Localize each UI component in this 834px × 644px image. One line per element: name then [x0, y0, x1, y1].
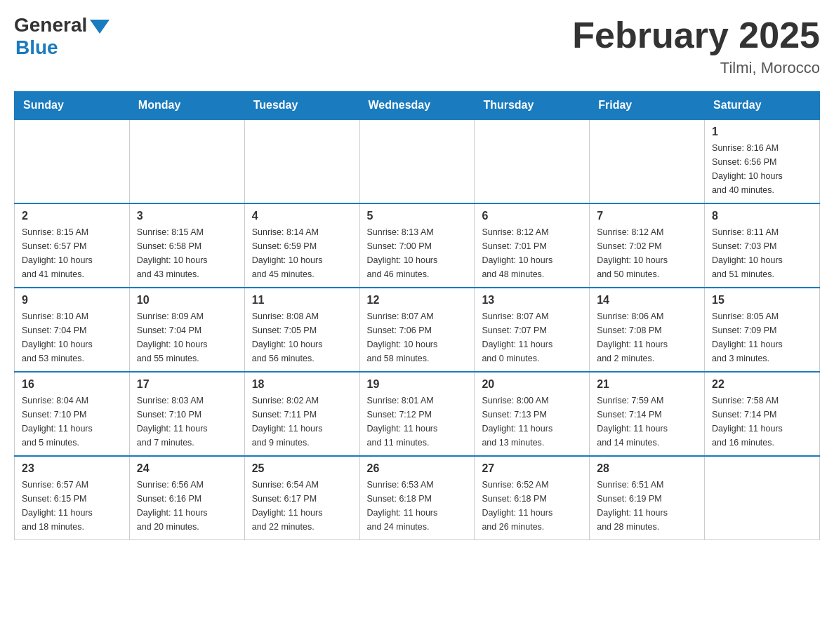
day-number: 8: [712, 210, 812, 222]
day-number: 20: [482, 378, 582, 391]
day-number: 22: [712, 378, 812, 391]
day-number: 23: [22, 462, 122, 475]
header-thursday: Thursday: [475, 92, 590, 120]
day-info: Sunrise: 8:08 AMSunset: 7:05 PMDaylight:…: [252, 309, 352, 365]
day-info: Sunrise: 6:51 AMSunset: 6:19 PMDaylight:…: [597, 478, 697, 534]
day-cell-w4-d6: 21Sunrise: 7:59 AMSunset: 7:14 PMDayligh…: [590, 372, 705, 456]
day-number: 26: [367, 462, 468, 475]
day-info: Sunrise: 8:03 AMSunset: 7:10 PMDaylight:…: [137, 394, 237, 450]
day-cell-w1-d2: [129, 119, 244, 203]
day-number: 19: [367, 378, 468, 391]
day-info: Sunrise: 6:56 AMSunset: 6:16 PMDaylight:…: [137, 478, 237, 534]
day-cell-w4-d2: 17Sunrise: 8:03 AMSunset: 7:10 PMDayligh…: [129, 372, 244, 456]
day-number: 2: [22, 210, 122, 222]
day-info: Sunrise: 6:54 AMSunset: 6:17 PMDaylight:…: [252, 478, 352, 534]
day-cell-w1-d6: [590, 119, 705, 203]
day-cell-w3-d4: 12Sunrise: 8:07 AMSunset: 7:06 PMDayligh…: [359, 288, 475, 372]
day-cell-w2-d7: 8Sunrise: 8:11 AMSunset: 7:03 PMDaylight…: [705, 203, 820, 288]
day-number: 17: [137, 378, 237, 391]
day-cell-w2-d1: 2Sunrise: 8:15 AMSunset: 6:57 PMDaylight…: [15, 203, 130, 288]
day-cell-w5-d3: 25Sunrise: 6:54 AMSunset: 6:17 PMDayligh…: [244, 456, 359, 540]
day-info: Sunrise: 8:04 AMSunset: 7:10 PMDaylight:…: [22, 394, 122, 450]
day-cell-w4-d5: 20Sunrise: 8:00 AMSunset: 7:13 PMDayligh…: [475, 372, 590, 456]
day-number: 27: [482, 462, 582, 475]
day-number: 14: [597, 294, 697, 307]
day-info: Sunrise: 8:09 AMSunset: 7:04 PMDaylight:…: [137, 309, 237, 365]
day-info: Sunrise: 8:13 AMSunset: 7:00 PMDaylight:…: [367, 225, 468, 281]
day-cell-w2-d3: 4Sunrise: 8:14 AMSunset: 6:59 PMDaylight…: [244, 203, 359, 288]
header-tuesday: Tuesday: [244, 92, 359, 120]
day-number: 11: [252, 294, 352, 307]
day-info: Sunrise: 8:16 AMSunset: 6:56 PMDaylight:…: [712, 141, 812, 197]
day-cell-w2-d4: 5Sunrise: 8:13 AMSunset: 7:00 PMDaylight…: [359, 203, 475, 288]
day-number: 13: [482, 294, 582, 307]
day-info: Sunrise: 6:52 AMSunset: 6:18 PMDaylight:…: [482, 478, 582, 534]
day-cell-w3-d1: 9Sunrise: 8:10 AMSunset: 7:04 PMDaylight…: [15, 288, 130, 372]
week-row-1: 1Sunrise: 8:16 AMSunset: 6:56 PMDaylight…: [15, 119, 820, 203]
calendar-title: February 2025: [572, 14, 820, 56]
day-info: Sunrise: 8:12 AMSunset: 7:01 PMDaylight:…: [482, 225, 582, 281]
day-info: Sunrise: 8:07 AMSunset: 7:06 PMDaylight:…: [367, 309, 468, 365]
header-friday: Friday: [590, 92, 705, 120]
day-number: 16: [22, 378, 122, 391]
day-cell-w4-d7: 22Sunrise: 7:58 AMSunset: 7:14 PMDayligh…: [705, 372, 820, 456]
day-cell-w5-d6: 28Sunrise: 6:51 AMSunset: 6:19 PMDayligh…: [590, 456, 705, 540]
logo-blue-text: Blue: [15, 36, 58, 59]
day-number: 28: [597, 462, 697, 475]
header-sunday: Sunday: [15, 92, 130, 120]
day-number: 15: [712, 294, 812, 307]
week-row-4: 16Sunrise: 8:04 AMSunset: 7:10 PMDayligh…: [15, 372, 820, 456]
day-info: Sunrise: 8:01 AMSunset: 7:12 PMDaylight:…: [367, 394, 468, 450]
day-info: Sunrise: 8:06 AMSunset: 7:08 PMDaylight:…: [597, 309, 697, 365]
day-number: 7: [597, 210, 697, 222]
header-row: Sunday Monday Tuesday Wednesday Thursday…: [15, 92, 820, 120]
header-monday: Monday: [129, 92, 244, 120]
day-info: Sunrise: 6:53 AMSunset: 6:18 PMDaylight:…: [367, 478, 468, 534]
week-row-5: 23Sunrise: 6:57 AMSunset: 6:15 PMDayligh…: [15, 456, 820, 540]
day-number: 3: [137, 210, 237, 222]
day-info: Sunrise: 8:15 AMSunset: 6:57 PMDaylight:…: [22, 225, 122, 281]
day-info: Sunrise: 6:57 AMSunset: 6:15 PMDaylight:…: [22, 478, 122, 534]
day-cell-w5-d5: 27Sunrise: 6:52 AMSunset: 6:18 PMDayligh…: [475, 456, 590, 540]
logo-general-text: General: [14, 14, 87, 36]
day-number: 5: [367, 210, 468, 222]
header-wednesday: Wednesday: [359, 92, 475, 120]
header-saturday: Saturday: [705, 92, 820, 120]
calendar-location: Tilmi, Morocco: [572, 59, 820, 77]
day-cell-w3-d6: 14Sunrise: 8:06 AMSunset: 7:08 PMDayligh…: [590, 288, 705, 372]
day-number: 25: [252, 462, 352, 475]
day-cell-w4-d3: 18Sunrise: 8:02 AMSunset: 7:11 PMDayligh…: [244, 372, 359, 456]
day-cell-w1-d5: [475, 119, 590, 203]
logo-arrow-icon: [90, 20, 110, 34]
calendar-table: Sunday Monday Tuesday Wednesday Thursday…: [14, 91, 820, 540]
day-number: 12: [367, 294, 468, 307]
day-cell-w5-d2: 24Sunrise: 6:56 AMSunset: 6:16 PMDayligh…: [129, 456, 244, 540]
day-number: 24: [137, 462, 237, 475]
title-section: February 2025 Tilmi, Morocco: [572, 14, 820, 77]
day-cell-w2-d6: 7Sunrise: 8:12 AMSunset: 7:02 PMDaylight…: [590, 203, 705, 288]
day-cell-w3-d5: 13Sunrise: 8:07 AMSunset: 7:07 PMDayligh…: [475, 288, 590, 372]
day-number: 4: [252, 210, 352, 222]
week-row-2: 2Sunrise: 8:15 AMSunset: 6:57 PMDaylight…: [15, 203, 820, 288]
day-cell-w2-d5: 6Sunrise: 8:12 AMSunset: 7:01 PMDaylight…: [475, 203, 590, 288]
day-cell-w1-d3: [244, 119, 359, 203]
day-info: Sunrise: 8:02 AMSunset: 7:11 PMDaylight:…: [252, 394, 352, 450]
page-header: General Blue February 2025 Tilmi, Morocc…: [14, 14, 820, 77]
day-info: Sunrise: 8:14 AMSunset: 6:59 PMDaylight:…: [252, 225, 352, 281]
day-cell-w2-d2: 3Sunrise: 8:15 AMSunset: 6:58 PMDaylight…: [129, 203, 244, 288]
day-cell-w5-d1: 23Sunrise: 6:57 AMSunset: 6:15 PMDayligh…: [15, 456, 130, 540]
day-info: Sunrise: 8:05 AMSunset: 7:09 PMDaylight:…: [712, 309, 812, 365]
day-info: Sunrise: 7:59 AMSunset: 7:14 PMDaylight:…: [597, 394, 697, 450]
day-number: 1: [712, 126, 812, 138]
day-info: Sunrise: 8:12 AMSunset: 7:02 PMDaylight:…: [597, 225, 697, 281]
day-cell-w1-d1: [15, 119, 130, 203]
day-cell-w3-d2: 10Sunrise: 8:09 AMSunset: 7:04 PMDayligh…: [129, 288, 244, 372]
day-cell-w5-d4: 26Sunrise: 6:53 AMSunset: 6:18 PMDayligh…: [359, 456, 475, 540]
day-number: 10: [137, 294, 237, 307]
logo: General Blue: [14, 14, 110, 59]
day-cell-w4-d1: 16Sunrise: 8:04 AMSunset: 7:10 PMDayligh…: [15, 372, 130, 456]
day-number: 9: [22, 294, 122, 307]
day-cell-w3-d7: 15Sunrise: 8:05 AMSunset: 7:09 PMDayligh…: [705, 288, 820, 372]
day-cell-w1-d7: 1Sunrise: 8:16 AMSunset: 6:56 PMDaylight…: [705, 119, 820, 203]
day-info: Sunrise: 8:10 AMSunset: 7:04 PMDaylight:…: [22, 309, 122, 365]
